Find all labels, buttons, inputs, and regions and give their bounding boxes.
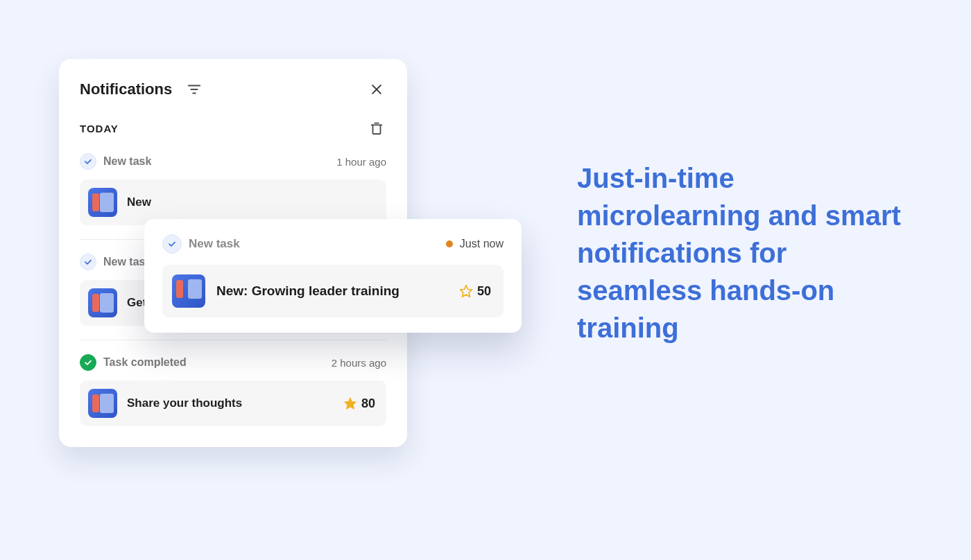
- section-header: TODAY: [80, 119, 386, 138]
- notification-item[interactable]: Task completed 2 hours ago Share your th…: [80, 354, 386, 429]
- trash-icon[interactable]: [367, 119, 386, 138]
- notification-meta: Task completed 2 hours ago: [80, 354, 386, 371]
- notification-card[interactable]: Share your thoughts 80: [80, 380, 386, 426]
- points-badge: 80: [343, 396, 375, 411]
- panel-title-wrap: Notifications: [80, 80, 204, 99]
- notification-thumbnail-icon: [88, 389, 117, 418]
- hero-headline: Just-in-time microlearning and smart not…: [577, 159, 910, 347]
- toast-status-label: New task: [189, 237, 240, 251]
- toast-card[interactable]: New: Growing leader training 50: [162, 265, 504, 317]
- notification-time: 2 hours ago: [332, 357, 386, 369]
- star-filled-icon: [343, 396, 357, 410]
- filter-icon[interactable]: [184, 80, 204, 99]
- notification-status-label: New task: [103, 155, 151, 168]
- hero-section: Just-in-time microlearning and smart not…: [577, 159, 910, 347]
- points-value: 50: [477, 284, 491, 299]
- notification-status-label: Task completed: [103, 356, 187, 369]
- points-badge: 50: [459, 284, 491, 299]
- notification-title: Share your thoughts: [127, 396, 242, 410]
- svg-marker-7: [461, 286, 472, 297]
- notification-meta: New task 1 hour ago: [80, 153, 386, 170]
- toast-header: New task Just now: [162, 234, 504, 254]
- panel-title: Notifications: [80, 80, 172, 98]
- live-dot-icon: [446, 240, 453, 247]
- notification-time: 1 hour ago: [336, 156, 386, 168]
- notification-thumbnail-icon: [172, 274, 205, 308]
- section-label: TODAY: [80, 123, 119, 134]
- notification-thumbnail-icon: [88, 188, 117, 217]
- new-task-icon: [80, 254, 96, 270]
- notification-thumbnail-icon: [88, 288, 117, 317]
- toast-title: New: Growing leader training: [216, 283, 399, 299]
- star-outline-icon: [459, 284, 473, 298]
- notification-toast[interactable]: New task Just now New: Growing leader tr…: [144, 219, 522, 333]
- toast-time: Just now: [460, 238, 504, 250]
- task-completed-icon: [80, 354, 96, 371]
- notification-title: New: [127, 195, 151, 209]
- new-task-icon: [162, 234, 182, 254]
- new-task-icon: [80, 153, 96, 170]
- svg-marker-6: [345, 398, 356, 410]
- close-icon[interactable]: [367, 80, 386, 99]
- panel-header: Notifications: [80, 80, 386, 99]
- points-value: 80: [361, 396, 375, 411]
